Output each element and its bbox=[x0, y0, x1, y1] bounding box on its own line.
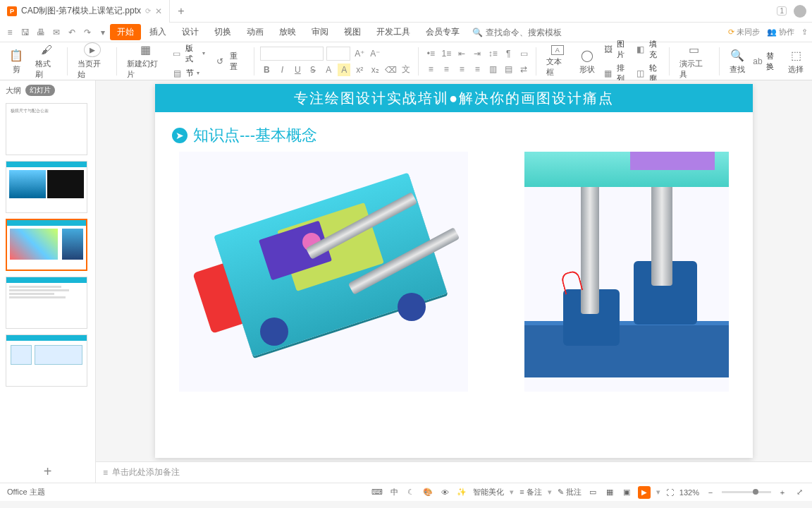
zoom-slider[interactable] bbox=[722, 491, 771, 493]
slide-thumb[interactable] bbox=[6, 161, 87, 213]
from-current-slide-button[interactable]: ▸当页开始 bbox=[73, 42, 111, 80]
ime-lang[interactable]: 中 bbox=[388, 487, 400, 498]
save-icon[interactable]: 🖫 bbox=[20, 27, 31, 38]
fullscreen-icon[interactable]: ⤢ bbox=[794, 487, 805, 498]
document-tab[interactable]: P CAD制图-第7模块上课笔记.pptx ⟳ ✕ bbox=[0, 0, 170, 23]
slide-thumb[interactable] bbox=[6, 334, 87, 387]
view-normal-icon[interactable]: ▭ bbox=[587, 487, 598, 498]
menu-icon[interactable]: ≡ bbox=[4, 27, 16, 38]
skin-icon[interactable]: 🎨 bbox=[422, 487, 433, 498]
line-spacing-icon[interactable]: ↕≡ bbox=[486, 47, 499, 60]
zoom-value[interactable]: 132% bbox=[679, 488, 699, 497]
outline-tab[interactable]: 大纲 bbox=[6, 85, 21, 96]
indent-dec-icon[interactable]: ⇤ bbox=[455, 47, 468, 60]
select-button[interactable]: ⬚选择 bbox=[784, 42, 808, 80]
view-reading-icon[interactable]: ▣ bbox=[621, 487, 632, 498]
align-right-icon[interactable]: ≡ bbox=[455, 63, 468, 75]
user-avatar[interactable] bbox=[794, 5, 806, 18]
window-count-badge[interactable]: 1 bbox=[777, 6, 787, 16]
fit-icon[interactable]: ⛶ bbox=[666, 488, 674, 497]
columns-icon[interactable]: ▥ bbox=[486, 63, 499, 75]
preview-icon[interactable]: ✉ bbox=[51, 27, 62, 38]
tab-icon[interactable]: ⇄ bbox=[517, 63, 530, 75]
command-search-input[interactable] bbox=[486, 28, 570, 37]
slide-stage[interactable]: 专注绘图设计实战培训●解决你的画图设计痛点 ➤ 知识点---基本概念 bbox=[96, 80, 812, 461]
convert-icon[interactable]: ▤ bbox=[502, 63, 515, 75]
dropdown-icon[interactable]: ▾ bbox=[97, 27, 109, 38]
highlight-icon[interactable]: A bbox=[338, 64, 350, 76]
layout-button[interactable]: ▭版式▾ bbox=[171, 43, 205, 64]
tab-design[interactable]: 设计 bbox=[175, 24, 206, 40]
view-sorter-icon[interactable]: ▦ bbox=[604, 487, 615, 498]
reset-button[interactable]: ↺重置 bbox=[208, 42, 248, 80]
textbox-button[interactable]: A文本框 bbox=[542, 42, 572, 80]
replace-button[interactable]: ab替换 bbox=[752, 51, 781, 72]
wand-icon[interactable]: ✨ bbox=[456, 487, 467, 498]
change-case-icon[interactable]: 文 bbox=[400, 64, 412, 76]
notes-toggle[interactable]: ≡ 备注 bbox=[519, 487, 541, 497]
zoom-in-icon[interactable]: + bbox=[777, 487, 788, 498]
collaborate-button[interactable]: 👥 协作 bbox=[767, 27, 794, 37]
tab-member[interactable]: 会员专享 bbox=[419, 24, 467, 40]
new-slide-button[interactable]: ▦新建幻灯片 bbox=[123, 42, 168, 80]
italic-icon[interactable]: I bbox=[276, 64, 288, 76]
format-painter-button[interactable]: 🖌格式刷 bbox=[31, 42, 61, 80]
command-search[interactable]: 🔍 bbox=[472, 28, 570, 37]
numbering-icon[interactable]: 1≡ bbox=[440, 47, 453, 60]
add-slide-button[interactable]: + bbox=[0, 461, 95, 483]
tab-devtools[interactable]: 开发工具 bbox=[369, 24, 417, 40]
font-size-select[interactable] bbox=[326, 47, 350, 61]
comments-toggle[interactable]: ✎ 批注 bbox=[558, 487, 582, 497]
clear-format-icon[interactable]: ⌫ bbox=[384, 64, 397, 76]
sync-status[interactable]: ⟳ 未同步 bbox=[728, 27, 760, 37]
slideshow-play-button[interactable]: ▶ bbox=[638, 486, 651, 499]
tab-view[interactable]: 视图 bbox=[337, 24, 368, 40]
font-family-select[interactable] bbox=[260, 47, 324, 61]
find-button[interactable]: 🔍查找 bbox=[725, 42, 749, 80]
bold-icon[interactable]: B bbox=[260, 64, 273, 76]
tab-slideshow[interactable]: 放映 bbox=[272, 24, 303, 40]
shape-button[interactable]: ◯形状 bbox=[575, 42, 599, 80]
tab-review[interactable]: 审阅 bbox=[304, 24, 336, 40]
strike-icon[interactable]: S̶ bbox=[307, 64, 319, 76]
superscript-icon[interactable]: x² bbox=[353, 64, 366, 76]
slide-thumb-selected[interactable] bbox=[6, 219, 87, 271]
slide-thumb[interactable]: 极限尺寸与配合公差 bbox=[6, 103, 87, 155]
section-button[interactable]: ▤节▾ bbox=[171, 67, 205, 80]
tab-start[interactable]: 开始 bbox=[110, 24, 141, 40]
text-direction-icon[interactable]: ¶ bbox=[502, 47, 515, 60]
font-color-icon[interactable]: A bbox=[322, 64, 335, 76]
underline-icon[interactable]: U bbox=[291, 64, 304, 76]
subscript-icon[interactable]: x₂ bbox=[369, 64, 381, 76]
eye-icon[interactable]: 👁 bbox=[439, 487, 450, 498]
share-icon[interactable]: ⇪ bbox=[801, 28, 808, 37]
indent-inc-icon[interactable]: ⇥ bbox=[471, 47, 484, 60]
new-tab-button[interactable]: + bbox=[170, 5, 192, 18]
ime-icon[interactable]: ⌨ bbox=[371, 487, 383, 498]
bullets-icon[interactable]: •≡ bbox=[424, 47, 437, 60]
align-left-icon[interactable]: ≡ bbox=[424, 63, 437, 75]
redo-icon[interactable]: ↷ bbox=[82, 27, 93, 38]
zoom-out-icon[interactable]: − bbox=[705, 487, 716, 498]
align-center-icon[interactable]: ≡ bbox=[440, 63, 453, 75]
tab-animation[interactable]: 动画 bbox=[240, 24, 271, 40]
paste-button[interactable]: 📋剪 bbox=[4, 42, 28, 80]
grow-font-icon[interactable]: A⁺ bbox=[353, 47, 366, 60]
picture-button[interactable]: 🖼图片 bbox=[602, 39, 631, 60]
presentation-tools-button[interactable]: ▭演示工具 bbox=[675, 42, 713, 80]
shrink-font-icon[interactable]: A⁻ bbox=[369, 47, 381, 60]
tab-insert[interactable]: 插入 bbox=[142, 24, 173, 40]
print-icon[interactable]: 🖶 bbox=[35, 27, 47, 38]
tab-transition[interactable]: 切换 bbox=[207, 24, 238, 40]
smart-beautify-button[interactable]: 智能美化 bbox=[473, 487, 504, 497]
tab-close-icon[interactable]: ✕ bbox=[155, 6, 162, 16]
undo-icon[interactable]: ↶ bbox=[66, 27, 78, 38]
notes-pane[interactable]: ≡ 单击此处添加备注 bbox=[96, 461, 812, 483]
align-text-icon[interactable]: ▭ bbox=[517, 47, 530, 60]
align-justify-icon[interactable]: ≡ bbox=[471, 63, 484, 75]
slides-tab[interactable]: 幻灯片 bbox=[25, 85, 55, 96]
fill-button[interactable]: ◧填充 bbox=[634, 39, 663, 60]
thumbnail-list[interactable]: 极限尺寸与配合公差 bbox=[0, 100, 95, 461]
moon-icon[interactable]: ☾ bbox=[405, 487, 417, 498]
slide-thumb[interactable] bbox=[6, 277, 87, 329]
